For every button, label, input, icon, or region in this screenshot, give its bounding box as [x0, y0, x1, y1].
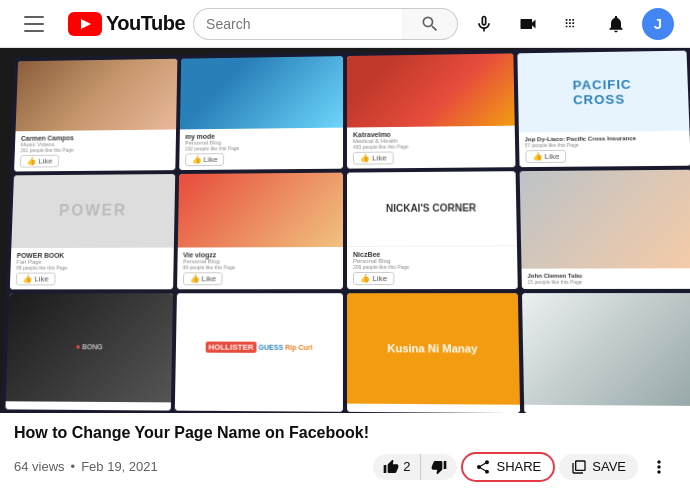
action-buttons: 2 SHARE SAVE [373, 450, 676, 484]
apps-icon [562, 14, 582, 34]
thumbs-down-icon [431, 459, 447, 475]
save-button[interactable]: SAVE [559, 454, 638, 480]
upload-date: Feb 19, 2021 [81, 459, 158, 474]
fb-collage: Carmen Campos Music Videos 261 people li… [1, 48, 690, 413]
mic-button[interactable] [466, 6, 502, 42]
bell-icon [606, 14, 626, 34]
more-button[interactable] [642, 450, 676, 484]
video-meta: 64 views • Feb 19, 2021 2 [14, 450, 676, 484]
more-icon [649, 457, 669, 477]
share-icon [475, 459, 491, 475]
logo-area[interactable]: YouTube [68, 12, 185, 36]
mic-icon [474, 14, 494, 34]
search-input[interactable] [193, 8, 402, 40]
share-button[interactable]: SHARE [461, 452, 555, 482]
fb-card-11: Kusina Ni Manay [347, 293, 520, 413]
apps-button[interactable] [554, 6, 590, 42]
fb-card-2: my mode Personal Blog 192 people like th… [179, 56, 343, 170]
avatar-button[interactable]: J [642, 8, 674, 40]
header-left: YouTube [16, 6, 185, 42]
youtube-logo-icon [68, 12, 102, 36]
youtube-wordmark: YouTube [106, 12, 185, 35]
save-icon [571, 459, 587, 475]
video-thumbnail: Carmen Campos Music Videos 261 people li… [0, 48, 690, 413]
menu-button[interactable] [16, 6, 52, 42]
fb-card-3: Katravelmo Medical & Health 493 people l… [347, 53, 515, 169]
notifications-button[interactable] [598, 6, 634, 42]
fb-card-8: John Clemen Tabu 15 people like this Pag… [519, 170, 690, 289]
search-area [193, 8, 458, 40]
search-button[interactable] [402, 8, 458, 40]
fb-card-1: Carmen Campos Music Videos 261 people li… [14, 59, 177, 172]
view-count: 64 views [14, 459, 65, 474]
video-info: How to Change Your Page Name on Facebook… [0, 413, 690, 492]
thumbs-up-icon [383, 459, 399, 475]
video-title: How to Change Your Page Name on Facebook… [14, 423, 676, 444]
fb-card-10: HOLLISTER GUESS Rip Curl [174, 293, 343, 412]
header-right: J [466, 6, 674, 42]
like-button[interactable]: 2 [373, 454, 421, 480]
share-label: SHARE [496, 459, 541, 474]
video-camera-icon [518, 14, 538, 34]
like-dislike-group: 2 [373, 454, 457, 480]
fb-card-12 [521, 293, 690, 413]
search-icon [420, 14, 440, 34]
fb-card-7: NICKAI'S CORNER NiczBee Personal Blog 20… [347, 171, 517, 288]
search-form [193, 8, 458, 40]
app-header: YouTube [0, 0, 690, 48]
create-button[interactable] [510, 6, 546, 42]
dislike-button[interactable] [421, 454, 457, 480]
meta-separator: • [71, 459, 76, 474]
fb-card-4: PACIFICCROSS Jop Dy-Liaco: Pacific Cross… [517, 51, 690, 168]
fb-card-5: POWER POWER BOOK Fan Page 89 people like… [10, 174, 175, 289]
save-label: SAVE [592, 459, 626, 474]
fb-card-9: ● BONG [5, 293, 172, 411]
fb-card-6: Vie vlogzz Personal Blog 99 people like … [177, 173, 343, 289]
like-count: 2 [403, 459, 410, 474]
